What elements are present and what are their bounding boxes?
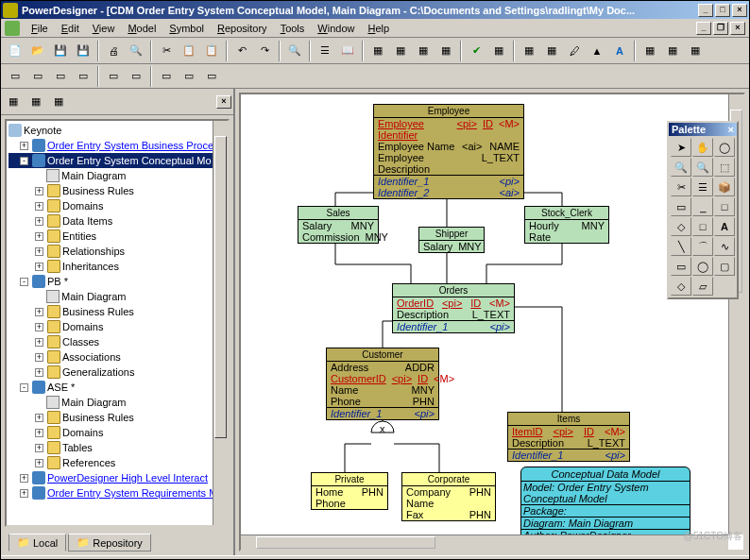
tool-d-button[interactable]: ▦	[435, 41, 456, 61]
arc-tool[interactable]: ⌒	[692, 237, 713, 256]
tab-local[interactable]: 📁 Local	[9, 534, 66, 552]
maximize-button[interactable]: □	[715, 4, 730, 17]
entity-stock-clerk[interactable]: Stock_Clerk Hourly RateMNY	[524, 206, 609, 244]
help-button[interactable]: 📖	[337, 41, 358, 61]
menu-tools[interactable]: Tools	[275, 21, 311, 36]
tool-e-button[interactable]: ▦	[488, 41, 509, 61]
layout-9-button[interactable]: ▭	[201, 66, 222, 87]
package-tool[interactable]: 📦	[714, 178, 735, 196]
delete-tool[interactable]: ✂	[671, 178, 691, 196]
browser-tool-3[interactable]: ▦	[48, 92, 69, 112]
cut-button[interactable]: ✂	[156, 41, 177, 61]
tool-a-button[interactable]: ▦	[367, 41, 388, 61]
expand-icon[interactable]: +	[35, 414, 43, 422]
tab-repository[interactable]: 📁 Repository	[68, 534, 151, 552]
layout-3-button[interactable]: ▭	[50, 66, 71, 87]
tree-item-oesrm[interactable]: Order Entry System Requirements M	[47, 487, 217, 499]
note-tool[interactable]: ▱	[692, 277, 713, 296]
canvas-hscroll[interactable]	[241, 535, 728, 550]
expand-icon[interactable]: +	[35, 338, 43, 347]
redo-button[interactable]: ↷	[254, 41, 275, 61]
entity-items[interactable]: Items ItemID<pi>ID<M> DescriptionL_TEXT …	[507, 412, 630, 462]
expand-icon[interactable]: +	[35, 459, 43, 467]
open-button[interactable]: 📂	[27, 41, 48, 61]
tree-item-oebp[interactable]: Order Entry System Business Proce	[47, 140, 213, 151]
tree-item-main-diagram-3[interactable]: Main Diagram	[61, 397, 126, 408]
tree-item-pb[interactable]: PB *	[47, 276, 68, 287]
tree-view[interactable]: Keynote +Order Entry System Business Pro…	[5, 119, 230, 527]
undo-button[interactable]: ↶	[231, 41, 252, 61]
layout-7-button[interactable]: ▭	[156, 66, 177, 87]
tree-item-entities[interactable]: Entities	[62, 230, 96, 242]
collapse-icon[interactable]: -	[20, 157, 28, 165]
expand-icon[interactable]: +	[20, 474, 28, 483]
layout-8-button[interactable]: ▭	[179, 66, 199, 87]
zoom-area-tool[interactable]: ⬚	[714, 158, 735, 177]
print-button[interactable]: 🖨	[103, 41, 124, 61]
tree-item-main-diagram[interactable]: Main Diagram	[61, 170, 126, 181]
zoom-in-tool[interactable]: 🔍	[671, 158, 691, 177]
tree-item-classes[interactable]: Classes	[62, 336, 99, 348]
save-all-button[interactable]: 💾	[73, 41, 94, 61]
tool-l-button[interactable]: ▦	[685, 41, 706, 61]
expand-icon[interactable]: +	[35, 217, 43, 226]
polygon-tool[interactable]: ◇	[671, 277, 691, 296]
tree-item-pdhli[interactable]: PowerDesigner High Level Interact	[47, 472, 208, 484]
tree-item-references[interactable]: References	[62, 457, 115, 468]
tree-item-domains[interactable]: Domains	[62, 200, 103, 212]
entity-tool[interactable]: ▭	[671, 197, 691, 216]
rectangle-tool[interactable]: ▭	[671, 257, 691, 276]
font-button[interactable]: A	[609, 41, 630, 61]
tree-item-domains-3[interactable]: Domains	[62, 427, 103, 438]
text-tool[interactable]: A	[714, 217, 735, 236]
tree-item-tables[interactable]: Tables	[62, 442, 93, 453]
tree-item-business-rules-2[interactable]: Business Rules	[62, 306, 134, 317]
tree-item-generalizations[interactable]: Generalizations	[62, 366, 134, 378]
link-tool[interactable]: □	[692, 217, 713, 236]
layout-5-button[interactable]: ▭	[103, 66, 124, 87]
layout-6-button[interactable]: ▭	[126, 66, 146, 87]
browser-tool-1[interactable]: ▦	[3, 92, 24, 112]
palette-title-bar[interactable]: Palette×	[669, 123, 737, 136]
minimize-button[interactable]: _	[698, 4, 713, 17]
mdi-close-button[interactable]: ×	[730, 22, 745, 35]
tool-i-button[interactable]: ▲	[587, 41, 607, 61]
entity-corporate[interactable]: Corporate Company NamePHN FaxPHN	[401, 472, 496, 521]
menu-window[interactable]: Window	[312, 21, 360, 36]
tree-item-relationships[interactable]: Relationships	[62, 246, 125, 257]
save-button[interactable]: 💾	[50, 41, 71, 61]
copy-button[interactable]: 📋	[179, 41, 199, 61]
entity-customer[interactable]: Customer AddressADDR CustomerID<pi>ID<M>…	[326, 348, 439, 420]
expand-icon[interactable]: +	[35, 263, 43, 271]
zoom-out-tool[interactable]: 🔍	[692, 158, 713, 177]
collapse-icon[interactable]: -	[20, 278, 28, 286]
palette-close-icon[interactable]: ×	[728, 124, 734, 135]
expand-icon[interactable]: +	[35, 247, 43, 256]
tool-c-button[interactable]: ▦	[413, 41, 434, 61]
browser-close-button[interactable]: ×	[216, 95, 231, 109]
expand-icon[interactable]: +	[35, 232, 43, 241]
polyline-tool[interactable]: ∿	[714, 237, 735, 256]
menu-repository[interactable]: Repository	[212, 21, 273, 36]
mdi-restore-button[interactable]: ❐	[713, 22, 728, 35]
tool-b-button[interactable]: ▦	[390, 41, 411, 61]
layout-1-button[interactable]: ▭	[5, 66, 26, 87]
expand-icon[interactable]: +	[35, 429, 43, 437]
tree-scrollbar[interactable]	[213, 121, 228, 525]
menu-edit[interactable]: Edit	[56, 21, 85, 36]
tree-item-main-diagram-2[interactable]: Main Diagram	[61, 291, 126, 302]
browser-tool-2[interactable]: ▦	[26, 92, 46, 112]
ellipse-tool[interactable]: ◯	[692, 257, 713, 276]
menu-help[interactable]: Help	[362, 21, 395, 36]
properties-button[interactable]: ☰	[315, 41, 335, 61]
layout-4-button[interactable]: ▭	[73, 66, 94, 87]
relationship-tool[interactable]: ⎯	[692, 197, 713, 216]
tool-j-button[interactable]: ▦	[639, 41, 660, 61]
expand-icon[interactable]: +	[20, 142, 28, 150]
tree-root[interactable]: Keynote	[24, 125, 61, 136]
expand-icon[interactable]: +	[35, 444, 43, 452]
tree-item-data-items[interactable]: Data Items	[62, 215, 112, 227]
expand-icon[interactable]: +	[35, 308, 43, 316]
menu-file[interactable]: File	[26, 21, 54, 36]
expand-icon[interactable]: +	[35, 187, 43, 195]
